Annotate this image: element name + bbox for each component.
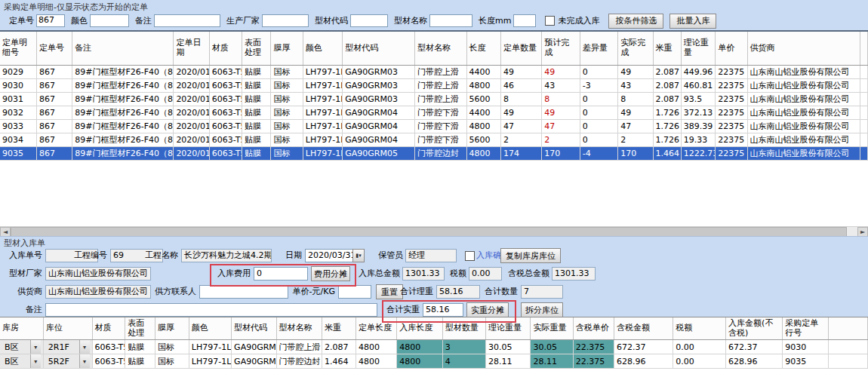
column-header: 长度 bbox=[466, 32, 500, 66]
cell: 9033 bbox=[0, 120, 36, 133]
filter-input[interactable] bbox=[154, 14, 220, 27]
column-header: 表面处理 bbox=[125, 317, 155, 340]
column-header: 实际完成 bbox=[618, 32, 653, 66]
cell: 2020/01/13 bbox=[174, 133, 209, 147]
cell: 49 bbox=[618, 106, 653, 120]
total-with-tax-field[interactable]: 1301.33 bbox=[552, 267, 596, 281]
cell: GA90GRM03 bbox=[343, 79, 415, 93]
cell: 22375 bbox=[716, 147, 747, 161]
filter-input[interactable] bbox=[513, 14, 536, 27]
total-amount-field[interactable]: 1301.33 bbox=[402, 267, 445, 281]
cell: 43 bbox=[542, 79, 580, 93]
cell: LH797-1LL0 bbox=[303, 106, 342, 120]
column-header: 米重 bbox=[653, 32, 681, 66]
cell bbox=[860, 106, 867, 120]
inbound-confirm-checkbox[interactable] bbox=[465, 251, 475, 261]
date-field[interactable]: 2020/03/31 bbox=[305, 249, 353, 262]
cell: 8 bbox=[500, 93, 541, 106]
keeper-field[interactable]: 经理 bbox=[405, 249, 457, 262]
filter-input[interactable] bbox=[90, 14, 129, 27]
chevron-down-icon[interactable]: ▾ bbox=[79, 354, 90, 368]
receipt-no-label: 入库单号 bbox=[5, 249, 42, 262]
chevron-down-icon[interactable]: ▾ bbox=[79, 340, 90, 354]
column-header: 型材名称 bbox=[414, 32, 466, 66]
total-theory-field[interactable]: 58.16 bbox=[436, 285, 480, 299]
cell: 国标 bbox=[271, 66, 303, 79]
cell: 国标 bbox=[155, 340, 189, 354]
order-row[interactable]: 903386789#门框型材F26-F40（866+867）2020/01/13… bbox=[0, 120, 868, 133]
order-row[interactable]: 903286789#门框型材F26-F40（866+867）2020/01/13… bbox=[0, 106, 868, 120]
split-location-button[interactable]: 拆分库位 bbox=[521, 302, 563, 317]
remark-field[interactable] bbox=[45, 303, 377, 317]
cell: 19.33 bbox=[681, 133, 715, 147]
column-header: 型材代码 bbox=[343, 32, 415, 66]
order-row[interactable]: 902986789#门框型材F26-F40（866+867）2020/01/13… bbox=[0, 66, 868, 79]
cell: 6063-T5 bbox=[209, 93, 242, 106]
cell: 国标 bbox=[271, 147, 303, 161]
total-qty-field[interactable]: 7 bbox=[521, 285, 563, 299]
column-header: 差异量 bbox=[580, 32, 617, 66]
column-header: 膜厚 bbox=[155, 317, 189, 340]
cell: 22375 bbox=[716, 120, 747, 133]
tax-field[interactable]: 0.00 bbox=[469, 267, 502, 281]
total-theory-label: 合计理重 bbox=[399, 285, 433, 299]
unfinished-checkbox[interactable] bbox=[545, 16, 555, 26]
tax-label: 税额 bbox=[447, 267, 466, 281]
cell: 2.087 bbox=[653, 93, 681, 106]
cell: 门带腔上滑 bbox=[414, 93, 466, 106]
inbound-panel-title: 型材入库单 bbox=[4, 238, 45, 249]
batch-inbound-button[interactable]: 批量入库 bbox=[669, 14, 716, 29]
factory-field[interactable]: 山东南山铝业股份有限公司 bbox=[45, 267, 151, 281]
total-amount-label: 入库总金额 bbox=[356, 267, 400, 281]
column-header: 定单明细号 bbox=[0, 32, 36, 66]
fee-field[interactable]: 0 bbox=[254, 267, 308, 281]
cell: 贴膜 bbox=[242, 66, 271, 79]
entry-row[interactable]: B区▾5R2F▾6063-T5贴膜国标LH797-1LL0GA90GRM05门带… bbox=[0, 354, 868, 369]
chevron-down-icon[interactable]: ▾ bbox=[30, 354, 41, 368]
cell bbox=[860, 66, 867, 79]
cell: 2R1F▾ bbox=[43, 340, 92, 354]
cell: 9029 bbox=[0, 66, 36, 79]
filter-by-condition-button[interactable]: 按条件筛选 bbox=[608, 14, 663, 29]
chevron-down-icon[interactable]: ▾ bbox=[30, 340, 41, 354]
cell: 1.464 bbox=[322, 354, 356, 369]
actual-allocate-button[interactable]: 实重分摊 bbox=[466, 302, 509, 317]
column-header: 采购定单行号 bbox=[783, 317, 829, 340]
filter-input[interactable] bbox=[262, 14, 309, 27]
order-row[interactable]: 903086789#门框型材F26-F40（866+867）2020/01/13… bbox=[0, 79, 868, 93]
cell: LH797-1LL0 bbox=[303, 93, 342, 106]
filter-input[interactable]: 867 bbox=[36, 14, 65, 27]
cell: GA90GRM03 bbox=[232, 340, 276, 354]
entry-row[interactable]: B区▾2R1F▾6063-T5贴膜国标LH797-1LL0GA90GRM03门带… bbox=[0, 340, 868, 354]
cell: 170 bbox=[542, 147, 580, 161]
horizontal-scrollbar[interactable]: ◄ ► bbox=[0, 226, 868, 237]
filter-label: 型材名称 bbox=[394, 15, 427, 26]
unit-price-field[interactable] bbox=[338, 285, 371, 299]
cell: -4 bbox=[580, 147, 617, 161]
total-actual-field[interactable]: 58.16 bbox=[423, 303, 463, 317]
column-header: 入库金额(不含税) bbox=[726, 317, 783, 340]
supplier-field[interactable]: 山东南山铝业股份有限公司 bbox=[45, 285, 151, 299]
filter-label: 型材代码 bbox=[315, 15, 348, 26]
cell: 89#门框型材F26-F40（866+867） bbox=[72, 79, 174, 93]
fee-allocate-button[interactable]: 费用分摊 bbox=[311, 266, 350, 281]
copy-warehouse-button[interactable]: 复制库房库位 bbox=[500, 248, 561, 263]
cell: 22375 bbox=[716, 93, 747, 106]
cell: 2020/01/13 bbox=[174, 79, 209, 93]
cell: 4 bbox=[442, 354, 485, 369]
order-row[interactable]: 903486789#门框型材F26-F40（866+867）2020/01/13… bbox=[0, 133, 868, 147]
filter-label: 生产厂家 bbox=[226, 15, 260, 26]
cell: 山东南山铝业股份有限公司 bbox=[747, 93, 860, 106]
column-header: 理论重量 bbox=[681, 32, 715, 66]
filter-input[interactable] bbox=[350, 14, 388, 27]
project-name-field[interactable]: 长沙万科魅力之城4.2期 bbox=[181, 249, 272, 262]
supplier-contact-field[interactable] bbox=[199, 285, 288, 299]
column-header: 定单号 bbox=[36, 32, 72, 66]
cell: 460.81 bbox=[681, 79, 715, 93]
combo-value: B区 bbox=[2, 342, 30, 353]
filter-input[interactable] bbox=[429, 14, 472, 27]
order-row[interactable]: 903186789#门框型材F26-F40（866+867）2020/01/13… bbox=[0, 93, 868, 106]
order-row[interactable]: 903586789#门框型材F26-F40（866+867）2020/01/13… bbox=[0, 147, 868, 161]
project-name-label: 工程名称 bbox=[142, 249, 178, 262]
calendar-dropdown-icon[interactable]: ▮▾ bbox=[352, 249, 365, 262]
